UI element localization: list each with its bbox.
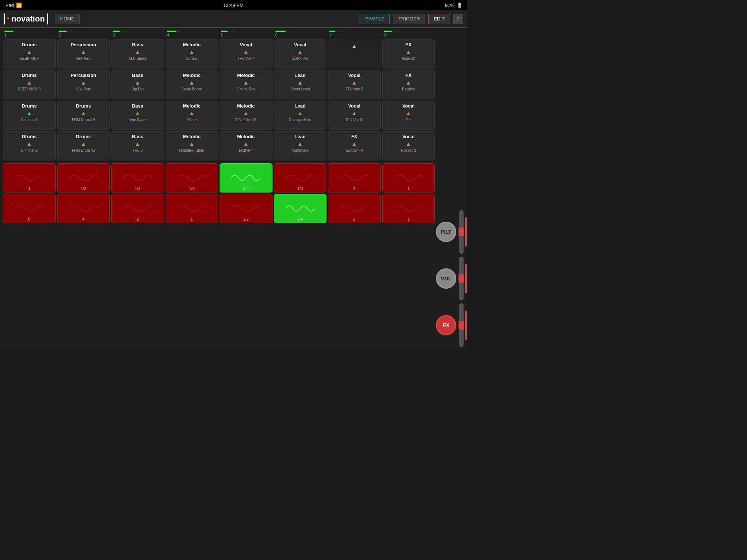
inst-name-label: FRM Drum 19 [72, 118, 95, 122]
instrument-cell-r1-c6[interactable]: Vocal ▲ DDFX Vox [274, 39, 327, 69]
pad-r2-c5[interactable]: 1/2 [220, 194, 272, 223]
inst-name-label: Criminal A [21, 118, 38, 122]
pad-r2-c1[interactable]: 8 [3, 194, 56, 223]
inst-type-label: Vocal [402, 134, 415, 140]
vol-bar [465, 264, 467, 293]
instrument-cell-r2-c7[interactable]: Vocal ▲ TFU Vox 5 [328, 70, 381, 99]
instrument-cell-r4-c5[interactable]: Melodic ▲ TechyRiff [220, 131, 272, 160]
inst-triangle-icon: ▲ [81, 110, 86, 117]
instrument-cell-r4-c1[interactable]: Drums ▲ Criminal B [3, 131, 56, 160]
filt-slider[interactable] [459, 210, 464, 254]
inst-name-label: Rhodesy...ilther [179, 148, 204, 153]
instrument-cell-r2-c4[interactable]: Melodic ▲ South Beach [166, 70, 218, 99]
fx-group: FX [436, 303, 467, 347]
pad-label: 2 [353, 217, 355, 221]
channel-indicator-1 [4, 31, 19, 32]
edit-button[interactable]: EDIT [428, 14, 450, 24]
instrument-cell-r2-c8[interactable]: FX ▲ Pscylon [382, 70, 435, 99]
channel-number-label: 2 [59, 33, 61, 37]
vol-slider[interactable] [459, 257, 464, 300]
instrument-cell-r1-c2[interactable]: Percussion ▲ Raw Perc [57, 39, 110, 69]
pad-r2-c2[interactable]: 4 [57, 194, 110, 223]
inst-name-label: TFU Vox 4 [237, 57, 255, 61]
help-button[interactable]: ? [453, 14, 463, 24]
inst-triangle-icon: ▲ [81, 49, 86, 55]
pad-waveform-icon [228, 171, 264, 185]
inst-type-label: Percussion [71, 42, 96, 48]
instrument-cell-r1-c8[interactable]: FX ▲ Gate 22 [382, 39, 435, 69]
channel-indicator-6 [275, 31, 290, 32]
pad-r1-c2[interactable]: 1/2 [57, 163, 110, 192]
inst-triangle-icon: ▲ [81, 141, 86, 147]
pad-r1-c1[interactable]: 1 [3, 163, 56, 192]
inst-type-label: Lead [295, 73, 306, 78]
instrument-cell-r4-c8[interactable]: Vocal ▲ Robobird [382, 131, 435, 160]
instrument-cell-r2-c1[interactable]: Drums ▲ DEEP KICK B [3, 70, 56, 99]
instrument-cell-r3-c6[interactable]: Lead ▲ Chicago Main [274, 101, 327, 130]
inst-type-label: Bass [132, 73, 143, 78]
instrument-cell-r3-c8[interactable]: Vocal ▲ Ee [382, 101, 435, 130]
pad-r2-c6[interactable]: 1/4 [274, 194, 327, 223]
instrument-cell-r3-c2[interactable]: Drums ▲ FRM Drum 19 [57, 101, 110, 130]
vol-button[interactable]: VOL [436, 268, 456, 289]
inst-name-label: NSL Perc [76, 87, 91, 92]
pad-r1-c3[interactable]: 1/4 [111, 163, 164, 192]
instrument-cell-r3-c5[interactable]: Melodic ▲ TFU Filter 13 [220, 101, 272, 130]
sample-button[interactable]: SAMPLE [360, 14, 390, 24]
instrument-cell-r4-c4[interactable]: Melodic ▲ Rhodesy...ilther [166, 131, 218, 160]
pad-r1-c4[interactable]: 1/8 [166, 163, 218, 192]
pad-r2-c4[interactable]: 1 [166, 194, 218, 223]
pad-r1-c5[interactable]: 3/4 [220, 163, 272, 192]
pad-r2-c8[interactable]: 1 [382, 194, 435, 223]
instrument-cell-r4-c2[interactable]: Drums ▲ FRM Drum 43 [57, 131, 110, 160]
instrument-cell-r2-c6[interactable]: Lead ▲ Street Level [274, 70, 327, 99]
channel-7: 7 [328, 31, 381, 37]
pad-row-1: 1 1/2 1/4 1/8 3/4 [3, 163, 435, 192]
channel-number-label: 1 [4, 33, 7, 37]
instrument-cell-r3-c3[interactable]: Bass ▲ Nyte Ryder [111, 101, 164, 130]
channel-indicator-7 [329, 31, 344, 32]
inst-type-label: Vocal [348, 73, 360, 78]
inst-triangle-icon: ▲ [26, 79, 32, 86]
fx-slider[interactable] [459, 303, 464, 347]
instrument-cell-r3-c7[interactable]: Vocal ▲ TFU Vox12 [328, 101, 381, 130]
pad-r1-c6[interactable]: 1/3 [274, 163, 327, 192]
pad-label: 1/8 [189, 186, 194, 191]
inst-type-label: Drums [22, 103, 37, 109]
pad-label: 1 [191, 217, 193, 221]
instrument-cell-r2-c5[interactable]: Melodic ▲ ChorduRoy [220, 70, 272, 99]
inst-type-label: FX [351, 134, 357, 140]
inst-triangle-icon: ▲ [297, 49, 303, 55]
pad-waveform-icon [174, 201, 210, 216]
inst-type-label: Melodic [183, 103, 201, 109]
instrument-cell-r3-c1[interactable]: Drums ▲ Criminal A [3, 101, 56, 130]
trigger-button[interactable]: TRIGGER [393, 14, 425, 24]
instrument-cell-r4-c7[interactable]: FX ▲ SwooshFX [328, 131, 381, 160]
inst-name-label: TFU Vox 5 [346, 87, 363, 92]
filt-button[interactable]: FILT [436, 222, 456, 242]
inst-triangle-icon: ▲ [243, 141, 249, 147]
instrument-cell-r1-c7[interactable]: ▲ [328, 39, 381, 69]
inst-triangle-icon: ▲ [297, 110, 303, 117]
pad-r2-c3[interactable]: 2 [111, 194, 164, 223]
instrument-cell-r1-c1[interactable]: Drums ▲ DEEP KICK [3, 39, 56, 69]
inst-name-label: DEEP KICK [20, 57, 39, 61]
inst-triangle-icon: ▲ [406, 79, 411, 86]
instrument-cell-r3-c4[interactable]: Melodic ▲ Filther [166, 101, 218, 130]
inst-name-label: Filther [187, 118, 197, 122]
instrument-cell-r1-c3[interactable]: Bass ▲ ALN Bass2 [111, 39, 164, 69]
fx-button[interactable]: FX [436, 315, 456, 335]
inst-type-label: Bass [132, 42, 143, 48]
pad-r1-c8[interactable]: 1 [382, 163, 435, 192]
instrument-cell-r1-c5[interactable]: Vocal ▲ TFU Vox 4 [220, 39, 272, 69]
instrument-cell-r4-c3[interactable]: Bass ▲ TFU 3 [111, 131, 164, 160]
pad-r2-c7[interactable]: 2 [328, 194, 381, 223]
instrument-cell-r1-c4[interactable]: Melodic ▲ Sunset [166, 39, 218, 69]
home-button[interactable]: HOME [55, 14, 80, 24]
instrument-cell-r4-c6[interactable]: Lead ▲ Nightmare [274, 131, 327, 160]
instrument-cell-r2-c2[interactable]: Percussion ▲ NSL Perc [57, 70, 110, 99]
instrument-cell-r2-c3[interactable]: Bass ▲ Dip Dirt [111, 70, 164, 99]
inst-type-label: Percussion [71, 73, 96, 78]
inst-name-label: Chicago Main [289, 118, 311, 122]
pad-r1-c7[interactable]: 2 [328, 163, 381, 192]
